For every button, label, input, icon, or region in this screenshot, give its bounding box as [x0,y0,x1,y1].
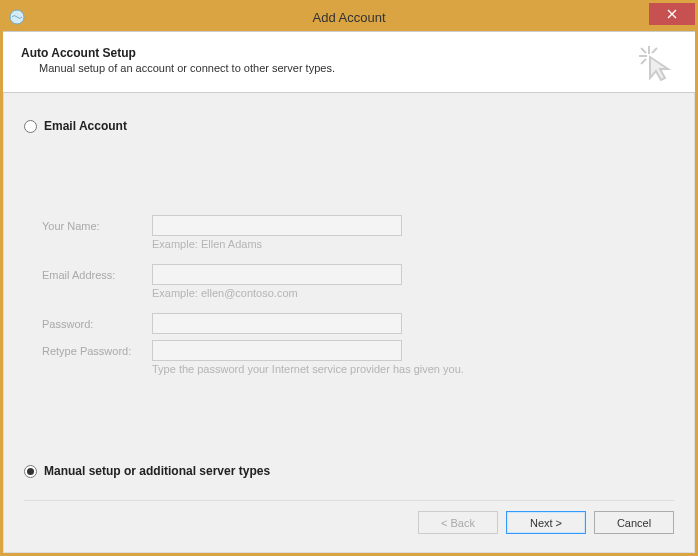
titlebar: Add Account [3,3,695,31]
option-manual-label: Manual setup or additional server types [44,464,270,478]
name-input [152,215,402,236]
cursor-click-icon [637,44,677,84]
option-email-label: Email Account [44,119,127,133]
option-manual-setup[interactable]: Manual setup or additional server types [24,464,674,478]
option-email-account[interactable]: Email Account [24,119,674,133]
name-label: Your Name: [42,220,152,232]
wizard-footer: < Back Next > Cancel [24,500,674,538]
window-title: Add Account [3,10,695,25]
close-button[interactable] [649,3,695,25]
radio-icon [24,120,37,133]
wizard-body: Email Account Your Name: Example: Ellen … [3,93,695,553]
wizard-header: Auto Account Setup Manual setup of an ac… [3,31,695,93]
svg-line-3 [641,48,646,53]
password-hint: Type the password your Internet service … [152,363,674,375]
retype-label: Retype Password: [42,345,152,357]
close-icon [667,9,677,19]
svg-line-4 [652,48,657,53]
dialog-window: Add Account Auto Account Setup Manual se… [3,3,695,553]
svg-line-5 [641,59,646,64]
cancel-button[interactable]: Cancel [594,511,674,534]
header-title: Auto Account Setup [21,46,677,60]
back-button: < Back [418,511,498,534]
name-hint: Example: Ellen Adams [152,238,674,250]
password-input [152,313,402,334]
app-icon [9,9,25,25]
retype-input [152,340,402,361]
email-input [152,264,402,285]
password-label: Password: [42,318,152,330]
header-subtitle: Manual setup of an account or connect to… [39,62,677,74]
email-label: Email Address: [42,269,152,281]
email-hint: Example: ellen@contoso.com [152,287,674,299]
radio-icon [24,465,37,478]
next-button[interactable]: Next > [506,511,586,534]
email-form: Your Name: Example: Ellen Adams Email Ad… [42,215,674,383]
